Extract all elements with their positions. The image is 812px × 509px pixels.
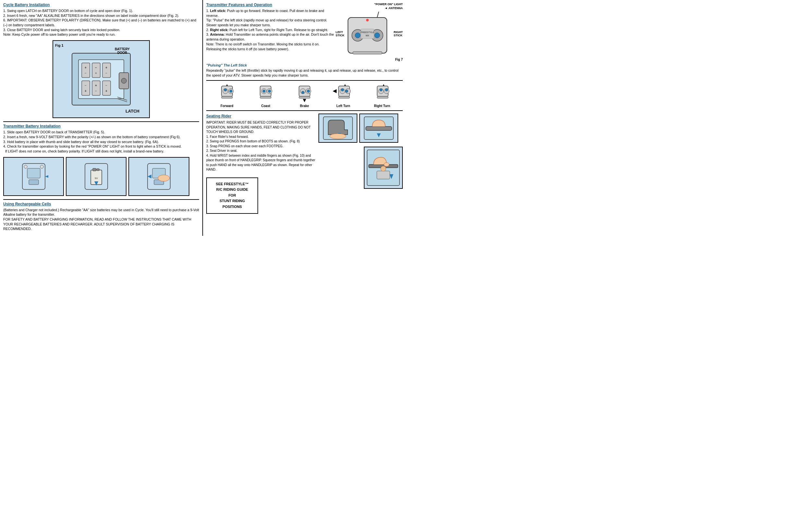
- svg-point-47: [375, 33, 380, 38]
- tx-img-fig6: 9V: [66, 157, 127, 196]
- label-left-turn: Left Turn: [336, 104, 350, 108]
- svg-rect-79: [339, 96, 350, 98]
- stick-coast: Coast: [254, 83, 277, 108]
- seating-text-block: Seating Rider IMPORTANT: RIDER MUST BE S…: [206, 113, 316, 213]
- grip-svg: [362, 115, 395, 141]
- svg-text:−: −: [105, 71, 107, 75]
- svg-rect-70: [299, 96, 310, 98]
- svg-rect-33: [97, 169, 99, 171]
- rechargeable-section: Using Rechargeable Cells (Batteries and …: [3, 202, 199, 231]
- stick-left-turn: Left Turn: [332, 83, 355, 108]
- transmitter-battery-text: 1. Slide open BATTERY DOOR on back of TR…: [3, 130, 199, 154]
- svg-marker-72: [333, 89, 337, 93]
- boot-svg: [322, 115, 354, 141]
- stick-positions-row: Forward Coast: [206, 80, 403, 111]
- freestyle-box: SEE FREESTYLE™ R/C RIDING GUIDE FOR STUN…: [206, 177, 258, 214]
- right-stick-label: RIGHTSTICK: [394, 31, 403, 37]
- left-stick-label: LEFTSTICK: [336, 31, 344, 37]
- transmitter-features-area: Transmitter Features and Operation 1. Le…: [206, 3, 403, 61]
- svg-text:−: −: [95, 66, 97, 69]
- right-column: Transmitter Features and Operation 1. Le…: [203, 0, 406, 236]
- label-coast: Coast: [261, 104, 270, 108]
- freestyle-line5: POSITIONS: [222, 205, 242, 209]
- svg-marker-71: [303, 99, 306, 102]
- svg-point-91: [330, 134, 346, 139]
- power-light-label: "POWER ON" LIGHT: [374, 3, 403, 6]
- svg-rect-14: [92, 81, 100, 95]
- svg-rect-99: [377, 171, 390, 179]
- svg-point-67: [302, 91, 304, 94]
- ctrl-forward-svg: [216, 83, 238, 103]
- antenna-label: ◄ ANTENNA: [385, 6, 403, 10]
- svg-rect-2: [82, 63, 90, 77]
- label-forward: Forward: [220, 104, 233, 108]
- tx-fig5-svg: [19, 160, 48, 193]
- transmitter-battery-section: Transmitter Battery Installation 1. Slid…: [3, 124, 199, 196]
- fig7-label: Fig 7: [395, 58, 403, 61]
- svg-rect-48: [361, 29, 374, 39]
- svg-rect-8: [103, 63, 111, 77]
- fig1-label: Fig 1: [55, 43, 64, 47]
- svg-text:+: +: [105, 89, 107, 93]
- stick-forward: Forward: [216, 83, 238, 108]
- divider-2: [3, 199, 199, 200]
- svg-rect-51: [353, 52, 382, 54]
- seating-img-boot: [318, 113, 357, 143]
- svg-text:−: −: [95, 89, 97, 93]
- ctrl-left-svg: [332, 83, 355, 103]
- svg-text:+: +: [85, 66, 86, 69]
- cycle-battery-diagram: Fig 1 BATTERYDOOR LATCH + − −: [52, 40, 150, 118]
- tx-img-fig6a: [129, 157, 189, 196]
- svg-text:9V: 9V: [95, 177, 98, 180]
- seating-img-tall: [364, 147, 403, 189]
- svg-point-63: [268, 90, 271, 93]
- svg-rect-58: [221, 96, 233, 98]
- battery-door-label: BATTERYDOOR: [115, 47, 130, 55]
- svg-point-39: [158, 175, 170, 181]
- svg-text:+: +: [95, 71, 97, 75]
- fig7-stick-labels: LEFTSTICK: [336, 11, 403, 57]
- seating-img-row2: [318, 145, 403, 189]
- svg-rect-17: [103, 81, 111, 95]
- cycle-battery-text: 1. Swing open LATCH on BATTERY DOOR on b…: [3, 8, 199, 37]
- seating-title: Seating Rider: [206, 113, 316, 119]
- pulsing-text: Repeatedly "pulse" the left (throttle) s…: [206, 68, 403, 77]
- freestyle-line4: STUNT RIDING: [219, 199, 245, 203]
- svg-point-78: [345, 90, 348, 93]
- svg-point-86: [385, 89, 388, 91]
- freestyle-line1: SEE FREESTYLE™: [216, 182, 249, 186]
- svg-rect-64: [260, 96, 271, 98]
- ctrl-brake-svg: [293, 83, 316, 103]
- transmitter-features-title: Transmitter Features and Operation: [206, 3, 334, 7]
- svg-text:−: −: [85, 84, 86, 87]
- svg-text:−: −: [85, 71, 86, 75]
- seating-img-row1: [318, 113, 403, 143]
- svg-point-57: [230, 90, 232, 93]
- seating-body: IMPORTANT: RIDER MUST BE SEATED CORRECTL…: [206, 121, 316, 172]
- svg-text:+: +: [85, 89, 86, 93]
- svg-point-45: [355, 33, 360, 38]
- left-column: Cycle Battery Installation 1. Swing open…: [0, 0, 203, 236]
- transmitter-features-text: Transmitter Features and Operation 1. Le…: [206, 3, 334, 61]
- rechargeable-text: (Batteries and Charger not included.) Re…: [3, 208, 199, 231]
- cycle-battery-svg: + − − + + − − + + −: [62, 47, 140, 112]
- label-right-turn: Right Turn: [374, 104, 390, 108]
- transmitter-features-body: 1. Left stick: Push up to go forward. Re…: [206, 8, 334, 51]
- svg-text:MX: MX: [366, 34, 369, 37]
- svg-rect-87: [377, 96, 388, 98]
- freestyle-line3: FOR: [228, 193, 236, 197]
- svg-point-27: [24, 165, 27, 168]
- svg-rect-25: [27, 168, 40, 178]
- svg-text:+: +: [95, 84, 97, 87]
- ctrl-coast-svg: [254, 83, 277, 103]
- svg-point-28: [40, 165, 43, 168]
- cycle-battery-section: Cycle Battery Installation 1. Swing open…: [3, 3, 199, 118]
- label-brake: Brake: [300, 104, 309, 108]
- seat-tall-svg: [365, 148, 401, 187]
- svg-rect-26: [29, 180, 39, 184]
- arrow-left-icon: ◄: [385, 6, 388, 10]
- page-layout: Cycle Battery Installation 1. Swing open…: [0, 0, 406, 236]
- seating-img-grip: [359, 113, 398, 143]
- svg-point-84: [380, 89, 382, 91]
- pulsing-title: "Pulsing" The Left Stick: [206, 63, 403, 67]
